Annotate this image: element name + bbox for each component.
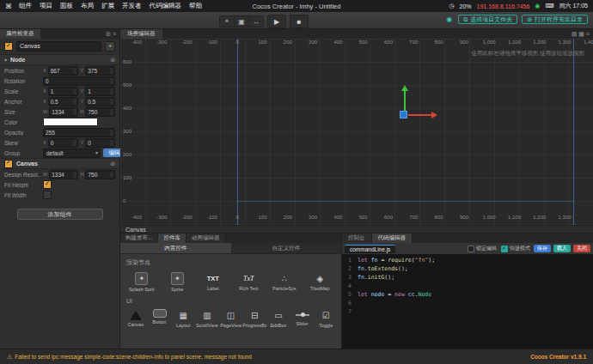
group-select[interactable]: default▾ <box>43 149 101 158</box>
property-input[interactable]: 1334 <box>49 107 77 117</box>
hierarchy-node-row[interactable]: Canvas <box>120 225 593 234</box>
property-input[interactable]: 667 <box>48 66 78 76</box>
widget-toggle[interactable]: ☑Toggle <box>314 307 338 330</box>
open-install-dir-button[interactable]: ⊛ 打开程序安装目录 <box>522 15 588 24</box>
property-input[interactable]: 0 <box>43 76 115 86</box>
component-enabled-checkbox[interactable] <box>4 160 13 168</box>
property-row: Fit Height <box>0 179 119 190</box>
code-line[interactable] <box>358 282 593 290</box>
widget-label[interactable]: TXTLabel <box>195 270 231 294</box>
battery-level[interactable]: 20% <box>460 3 472 9</box>
widget-splash-sprit[interactable]: ✦Splash Sprit <box>124 270 160 294</box>
gizmo-tool-button[interactable]: ⌖ <box>220 16 235 27</box>
property-input[interactable]: 375 <box>85 66 115 76</box>
menu-item[interactable]: 开发者 <box>122 2 142 10</box>
scene-viewport[interactable]: -400-300-200-100010020030040050060070080… <box>120 39 593 225</box>
widget-rich-text[interactable]: TxTRich Text <box>231 270 267 294</box>
keyboard-icon[interactable]: ⌨ <box>545 3 553 9</box>
gear-icon[interactable]: ⊛ <box>110 161 115 167</box>
code-line[interactable]: fn.toExtends(); <box>358 264 593 273</box>
property-checkbox[interactable] <box>43 180 52 189</box>
property-input[interactable]: 0 <box>48 138 78 148</box>
property-label: Skew <box>4 140 40 146</box>
widget-sprite[interactable]: ✦Sprite <box>160 270 196 294</box>
widget-scrollview[interactable]: ▥ScrollView <box>195 307 219 330</box>
node-section-header[interactable]: ▾ Node ⊛ <box>0 54 119 65</box>
widget-button[interactable]: Button <box>148 307 172 330</box>
widget-pageview[interactable]: ◫PageView <box>219 307 243 330</box>
wifi-icon[interactable]: ◉ <box>535 3 540 9</box>
library-subtab[interactable]: 自定义控件 <box>231 243 342 253</box>
panel-menu-icons[interactable]: ⊞ ≡ <box>102 29 119 39</box>
editor-option-checkbox[interactable]: 锁定编辑 <box>468 245 497 252</box>
menu-item[interactable]: 项目 <box>40 2 52 10</box>
gear-icon[interactable]: ⊛ <box>110 57 115 64</box>
widget-canvas[interactable]: Canvas <box>124 307 148 330</box>
tab-inspector[interactable]: 属性检查器 <box>0 29 40 39</box>
play-button[interactable]: ▶ <box>267 15 286 28</box>
gizmo-tool-button[interactable]: ▣ <box>235 16 249 27</box>
widget-progressba[interactable]: ⊟ProgressBa <box>242 307 266 330</box>
property-input[interactable]: 1334 <box>49 170 77 179</box>
panel-tab[interactable]: 代码编辑器 <box>372 234 413 243</box>
node-name-input[interactable]: Canvas <box>16 41 101 52</box>
code-line[interactable] <box>358 307 593 316</box>
menu-item[interactable]: 布局 <box>81 2 94 10</box>
property-input[interactable]: 0.5 <box>85 97 115 106</box>
editor-action-button[interactable]: 载入 <box>553 245 571 252</box>
property-input[interactable]: 0 <box>85 138 115 148</box>
server-address[interactable]: 191.168.8.116:7456 <box>477 3 530 9</box>
editor-option-checkbox[interactable]: 快捷模式 <box>501 245 530 252</box>
gizmo-x-axis[interactable] <box>408 114 431 116</box>
ruler-label: 400 <box>123 106 131 111</box>
widget-layout[interactable]: ▦Layout <box>171 307 195 330</box>
menu-item[interactable]: 组件 <box>19 2 32 10</box>
panel-tab[interactable]: 控制台 <box>342 234 372 243</box>
property-input[interactable]: 750 <box>85 107 115 117</box>
tab-scene-editor[interactable]: 场景编辑器 <box>120 29 162 39</box>
gizmo-tool-button[interactable]: ↔ <box>249 16 263 27</box>
code-line[interactable]: fn.initG(); <box>358 273 593 282</box>
clock-icon[interactable]: ◷ <box>449 3 454 9</box>
widget-slider[interactable]: Slider <box>290 307 315 330</box>
add-component-button[interactable]: 添加组件 <box>17 209 103 220</box>
menu-item[interactable]: 面板 <box>60 2 73 10</box>
line-number: 6 <box>342 299 354 307</box>
property-checkbox[interactable] <box>43 191 52 199</box>
menu-item[interactable]: 帮助 <box>189 2 202 10</box>
color-swatch[interactable] <box>43 118 98 126</box>
property-input[interactable]: 0.5 <box>48 97 78 106</box>
menu-item[interactable]: 扩展 <box>101 2 114 10</box>
property-input[interactable]: 1 <box>48 87 78 96</box>
ruler-label: 500 <box>359 39 368 45</box>
widget-editbox[interactable]: ▭EditBox <box>266 307 290 330</box>
stop-button[interactable]: ■ <box>290 15 309 28</box>
panel-tab[interactable]: 动画编辑器 <box>186 234 226 243</box>
ruler-label: 800 <box>435 215 443 220</box>
apple-menu-icon[interactable]: ⌘ <box>5 3 12 10</box>
panel-tab[interactable]: 控件库 <box>158 234 186 243</box>
add-button[interactable]: + <box>105 41 115 52</box>
menubar-clock[interactable]: 周六 17:05 <box>559 2 588 10</box>
file-tab[interactable]: commandLine.js <box>345 245 395 253</box>
widget-tiledmap[interactable]: ◈TiledMap <box>303 270 339 294</box>
node-active-checkbox[interactable] <box>4 42 13 51</box>
gizmo-x-arrow-icon[interactable] <box>431 112 437 118</box>
property-input[interactable]: 1 <box>85 87 115 96</box>
code-line[interactable]: let fn = require("fn"); <box>358 256 593 264</box>
gizmo-origin-handle[interactable] <box>400 111 407 118</box>
code-line[interactable]: let node = new cc.Node <box>358 290 593 299</box>
panel-tab[interactable]: 构建发布... <box>120 234 158 243</box>
library-subtab[interactable]: 内置控件 <box>120 243 231 253</box>
code-editor[interactable]: 1234567 let fn = require("fn");fn.toExte… <box>342 254 593 349</box>
property-input[interactable]: 750 <box>85 170 115 179</box>
code-line[interactable] <box>358 299 593 307</box>
widget-particlesys[interactable]: ∴ParticleSys <box>266 270 303 294</box>
canvas-component-header[interactable]: Canvas ⊛ <box>0 158 119 169</box>
editor-action-button[interactable]: 保存 <box>534 245 551 252</box>
menu-item[interactable]: 代码编辑器 <box>150 2 182 10</box>
property-input[interactable]: 255 <box>43 128 115 137</box>
panel-menu-icons[interactable]: ▤ ▦ ≡ <box>568 29 593 39</box>
choose-project-folder-button[interactable]: ⧉ 选择项目文件夹 <box>458 15 517 24</box>
editor-action-button[interactable]: 关闭 <box>573 245 590 252</box>
